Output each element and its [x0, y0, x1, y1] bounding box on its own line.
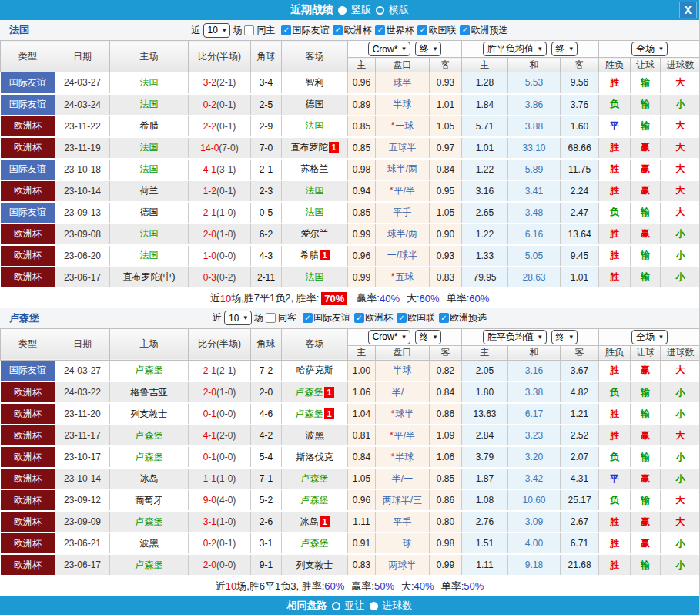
league-checkbox[interactable]: ✓ — [333, 25, 343, 35]
col-away: 客场 — [282, 41, 348, 72]
odds-away-cell: 0.86 — [430, 403, 462, 425]
goals-result-cell: 小 — [661, 245, 700, 267]
match-date-cell: 23-09-09 — [55, 511, 110, 533]
match-date-cell: 23-09-08 — [55, 223, 110, 245]
match-date-cell: 23-11-20 — [55, 403, 110, 425]
home-team-cell: 希腊 — [110, 116, 189, 137]
close-button[interactable]: X — [679, 2, 697, 18]
check-icon: ✓ — [356, 314, 362, 322]
result-cell: 平 — [599, 116, 631, 137]
league-checkbox[interactable]: ✓ — [375, 25, 385, 35]
avg-stage-select[interactable]: 终▾ — [551, 330, 578, 344]
odds-away-cell: 1.05 — [430, 202, 462, 223]
col-type: 类型 — [1, 41, 55, 72]
goals-result-cell: 大 — [661, 137, 700, 159]
goals-radio[interactable] — [370, 602, 378, 610]
avg-home-cell: 1.87 — [462, 468, 508, 489]
corner-cell: 7-2 — [251, 360, 282, 381]
league-checkbox[interactable]: ✓ — [417, 25, 427, 35]
odds-away-cell: 0.90 — [430, 223, 462, 245]
corner-cell: 5-2 — [251, 489, 282, 511]
check-icon: ✓ — [398, 314, 404, 322]
avg-group-header: 胜平负均值▾ 终▾ — [462, 41, 599, 58]
match-date-cell: 23-10-14 — [55, 468, 110, 489]
home-team-cell: 法国 — [110, 159, 189, 180]
avg-draw-cell: 5.89 — [508, 159, 561, 180]
fulltime-select[interactable]: 全场▾ — [631, 330, 668, 344]
league-checkbox[interactable]: ✓ — [303, 313, 313, 323]
close-icon: X — [685, 4, 692, 16]
lux-summary: 近10场,胜6平1负3, 胜率:60%赢率:50%大:40%单率:50% — [0, 576, 699, 596]
chevron-down-icon: ▾ — [659, 334, 663, 341]
handicap-cell: *五球 — [376, 267, 430, 288]
asian-handicap-radio[interactable] — [332, 602, 340, 610]
same-away-label: 同客 — [278, 311, 296, 324]
match-type-cell: 欧洲杯 — [1, 223, 55, 245]
avg-stage-select[interactable]: 终▾ — [551, 42, 578, 56]
match-date-cell: 23-06-21 — [55, 533, 110, 554]
check-icon: ✓ — [420, 26, 426, 34]
league-checkbox[interactable]: ✓ — [397, 313, 407, 323]
avg-draw-cell: 9.18 — [508, 554, 561, 576]
horizontal-layout-radio[interactable] — [376, 6, 384, 15]
avg-away-cell: 2.67 — [561, 511, 599, 533]
score-cell: 3-1(1-0) — [189, 511, 251, 533]
odds-company-select[interactable]: Crow*▾ — [368, 330, 410, 344]
league-label: 世界杯 — [386, 24, 414, 37]
match-count-select[interactable]: 10▾ — [203, 23, 231, 38]
odds-home-cell: 0.98 — [348, 159, 376, 180]
corner-cell: 2-6 — [251, 511, 282, 533]
odds-stage-select[interactable]: 终▾ — [415, 42, 442, 56]
league-checkbox[interactable]: ✓ — [439, 313, 449, 323]
col-odds-away: 客 — [430, 345, 462, 360]
league-checkbox[interactable]: ✓ — [460, 25, 470, 35]
same-home-label: 同主 — [256, 24, 275, 37]
handicap-result-cell: 输 — [631, 245, 661, 267]
col-odds-away: 客 — [430, 58, 462, 72]
avg-odds-select[interactable]: 胜平负均值▾ — [483, 330, 547, 344]
match-type-cell: 欧洲杯 — [1, 137, 55, 159]
avg-draw-cell: 3.20 — [508, 446, 561, 468]
match-type-cell: 欧洲杯 — [1, 489, 55, 511]
handicap-result-cell: 输 — [631, 489, 661, 511]
match-type-cell: 欧洲杯 — [1, 511, 55, 533]
games-label: 场 — [254, 311, 263, 324]
league-checkbox[interactable]: ✓ — [281, 25, 291, 35]
handicap-cell: *球半 — [376, 403, 430, 425]
team-note-badge: 1 — [324, 408, 333, 419]
france-results-table: 类型 日期 主场 比分(半场) 角球 客场 Crow*▾ 终▾ 胜平负均值▾ 终… — [0, 40, 700, 289]
home-team-cell: 法国 — [110, 137, 189, 159]
league-checkbox[interactable]: ✓ — [354, 313, 364, 323]
odds-away-cell: 0.83 — [430, 267, 462, 288]
avg-draw-cell: 3.38 — [508, 381, 561, 403]
score-cell: 0-1(0-0) — [189, 403, 251, 425]
match-row: 欧洲杯 23-11-22 希腊 2-2(0-1) 2-9 法国 0.85 *一球… — [1, 116, 700, 137]
handicap-result-cell: 赢 — [631, 223, 661, 245]
handicap-cell: 两球半/三 — [376, 489, 430, 511]
avg-odds-select[interactable]: 胜平负均值▾ — [483, 42, 547, 56]
chevron-down-icon: ▾ — [659, 45, 663, 52]
match-type-cell: 欧洲杯 — [1, 180, 55, 202]
handicap-result-cell: 输 — [631, 116, 661, 137]
vertical-layout-radio[interactable] — [338, 6, 347, 15]
match-row: 国际友谊 24-03-27 法国 3-2(2-1) 3-4 智利 0.96 球半… — [1, 72, 700, 94]
odds-away-cell: 0.95 — [430, 180, 462, 202]
fulltime-group-header: 全场▾ — [599, 328, 700, 345]
chevron-down-icon: ▾ — [570, 334, 574, 341]
odds-stage-select[interactable]: 终▾ — [415, 330, 442, 344]
away-team-cell: 列支敦士 — [282, 554, 348, 576]
result-cell: 胜 — [599, 159, 631, 180]
away-team-cell: 法国 — [282, 180, 348, 202]
match-row: 欧洲杯 23-06-20 法国 1-0(0-0) 4-3 希腊1 0.96 一/… — [1, 245, 700, 267]
odds-company-select[interactable]: Crow*▾ — [368, 42, 410, 56]
avg-home-cell: 1.01 — [462, 137, 508, 159]
goals-result-cell: 大 — [661, 425, 700, 446]
same-away-checkbox[interactable] — [266, 313, 276, 323]
avg-draw-cell: 6.16 — [508, 223, 561, 245]
match-row: 欧洲杯 24-03-22 格鲁吉亚 2-0(1-0) 2-0 卢森堡1 1.06… — [1, 381, 700, 403]
avg-draw-cell: 5.05 — [508, 245, 561, 267]
avg-draw-cell: 3.09 — [508, 511, 561, 533]
match-count-select[interactable]: 10▾ — [224, 311, 252, 325]
same-home-checkbox[interactable] — [244, 25, 254, 35]
fulltime-select[interactable]: 全场▾ — [631, 42, 668, 56]
